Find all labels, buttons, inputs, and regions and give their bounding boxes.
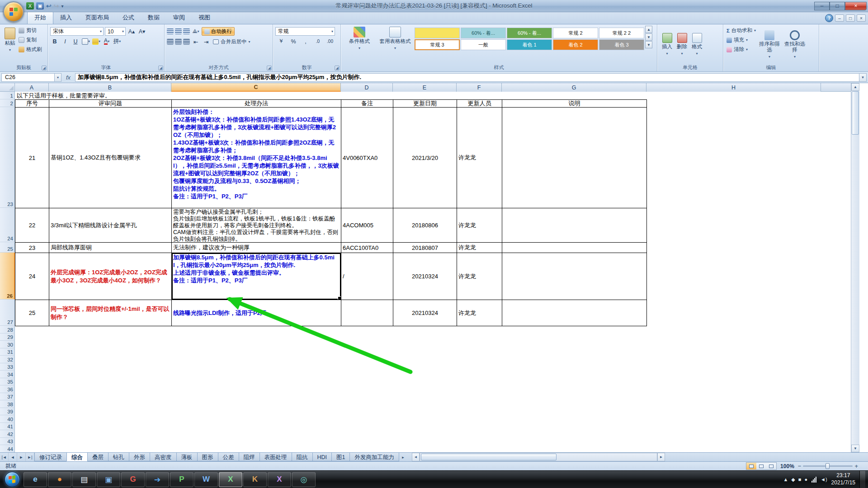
taskbar-app-ie-e[interactable]: e [24,472,47,487]
cell-remark[interactable]: 6ACC100TA0 [341,243,393,253]
align-top-icon[interactable] [167,28,174,34]
header-cell[interactable]: 更新日期 [393,100,457,108]
row-header-30[interactable]: 30 [0,341,15,348]
page-layout-view-button[interactable] [756,463,766,469]
row-header-44[interactable]: 44 [0,445,15,452]
currency-format-button[interactable]: ￥ [277,37,286,46]
cell-style-normal-2-2[interactable]: 常规 2 2 [599,28,644,38]
column-header-g[interactable]: G [502,83,646,92]
horizontal-scroll-thumb[interactable] [421,454,557,460]
cell-style-general[interactable]: 一般 [461,39,506,50]
cell-person[interactable]: 许龙龙 [457,253,502,300]
column-header-f[interactable]: F [457,83,502,92]
sheet-tab-pattern[interactable]: 图形 [197,453,218,461]
cell-method[interactable]: 无法制作，建议改为一种铜厚 [172,243,341,253]
font-family-select[interactable]: 宋体▾ [50,27,104,36]
borders-button[interactable]: ▾ [81,37,90,46]
header-cell[interactable]: 说明 [502,100,647,108]
row-header-35[interactable]: 35 [0,378,15,386]
taskbar-app-letter-x-purple[interactable]: X [268,472,291,487]
comma-format-button[interactable]: , [301,37,310,46]
zoom-out-icon[interactable]: − [798,463,802,469]
row-header-25[interactable]: 25 [0,242,15,253]
scroll-down-icon[interactable]: ▼ [851,445,859,452]
cell-note[interactable] [502,300,647,326]
taskbar-app-orange-orb[interactable]: ● [48,472,71,487]
row-header-39[interactable]: 39 [0,408,15,416]
formula-bar-expand-icon[interactable]: ▾ [859,73,867,82]
maximize-button[interactable]: □ [830,2,845,10]
cell-seq[interactable]: 23 [15,243,49,253]
alignment-dialog-launcher[interactable]: ◢ [267,66,272,70]
conditional-formatting-button[interactable]: 条件格式▾ [343,26,376,52]
format-as-table-button[interactable]: 套用表格格式▾ [376,26,415,52]
ribbon-tab-view[interactable]: 视图 [192,12,217,24]
increase-decimal-button[interactable]: .0 [313,37,322,46]
number-dialog-launcher[interactable]: ◢ [335,66,340,70]
last-sheet-button[interactable]: ►| [26,453,34,461]
row-header-38[interactable]: 38 [0,400,15,408]
cell-date[interactable]: 20180807 [393,243,457,253]
close-button[interactable]: × [845,2,867,10]
column-header-h[interactable]: H [646,83,821,92]
cell-seq[interactable]: 21 [15,108,49,208]
merge-center-button[interactable]: 合并后居中▾ [212,37,251,47]
sheet-tab-surface-finish[interactable]: 表面处理 [259,453,292,461]
cut-button[interactable]: 剪切 [18,26,43,35]
row-header-40[interactable]: 40 [0,415,15,423]
fill-color-button[interactable]: ▾ [92,37,101,46]
row-header-31[interactable]: 31 [0,348,15,356]
tray-icon-4[interactable]: ● [804,477,807,483]
sheet-tab-revision-log[interactable]: 修订记录 [34,453,67,461]
column-header-b[interactable]: B [49,83,171,92]
cell-person[interactable]: 许龙龙 [457,208,502,243]
cell-date[interactable]: 20210324 [393,253,457,300]
scroll-right-icon[interactable]: ► [657,453,665,461]
insert-cells-button[interactable]: 插入▾ [660,26,675,64]
sheet-tab-outsourcing-capability[interactable]: 外发商加工能力 [349,453,399,461]
taskbar-app-floppy[interactable]: ▣ [97,472,120,487]
taskbar-app-excel-x[interactable]: X [219,472,242,487]
header-cell[interactable]: 序号 [15,100,49,108]
paste-button[interactable]: 粘贴▾ [2,26,18,54]
taskbar-app-blue-arrow[interactable]: ➔ [146,472,169,487]
find-select-button[interactable]: 查找和选择▾ [782,26,807,64]
cell-remark[interactable] [341,300,393,326]
cell-issue[interactable]: 基铜1OZ、1.43OZ且有包覆铜要求 [49,108,172,208]
cell-date[interactable]: 20180806 [393,208,457,243]
taskbar-clock[interactable]: 23:17 2021/7/15 [831,472,855,486]
shrink-font-button[interactable]: A▾ [137,27,146,36]
copy-button[interactable]: 复制 [18,35,43,45]
autosum-button[interactable]: Σ自动求和▾ [726,26,757,35]
cell-remark[interactable]: 4ACOM005 [341,208,393,243]
cell-issue[interactable]: 局部线路厚面铜 [49,243,172,253]
bold-button[interactable]: B [50,37,59,46]
increase-indent-button[interactable]: ⇥ [202,38,211,46]
row-header-1[interactable]: 1 [0,92,15,99]
clear-button[interactable]: 清除▾ [726,45,757,54]
cell-style-accent-2[interactable]: 着色 2 [553,39,598,50]
redo-icon[interactable]: ↪ [54,2,59,9]
normal-view-button[interactable] [746,463,756,469]
gallery-more-button[interactable]: ▼ [645,41,652,48]
cell-remark[interactable]: / [341,253,393,300]
sheet-tab-tolerance[interactable]: 公差 [218,453,239,461]
row-header-27[interactable]: 27 [0,300,15,326]
align-bottom-icon[interactable] [183,28,190,34]
cell-issue[interactable]: 3/3mil以下精细线路设计金属半孔 [49,208,172,243]
column-header-a[interactable]: A [15,83,49,92]
fill-button[interactable]: 填充▾ [726,35,757,45]
network-icon[interactable] [811,477,816,483]
cell-person[interactable]: 许龙龙 [457,243,502,253]
row-header-33[interactable]: 33 [0,363,15,371]
cell-person[interactable]: 许龙龙 [457,300,502,326]
z;oom-level[interactable]: 100% [780,463,794,469]
cell-a1-note[interactable]: 以下只适用于样板，批量需要评审。 [15,92,851,99]
row-header-29[interactable]: 29 [0,333,15,341]
ribbon-tab-review[interactable]: 审阅 [166,12,192,24]
cell-seq[interactable]: 22 [15,208,49,243]
vertical-scroll-thumb[interactable] [852,91,859,135]
cell-date[interactable]: 2021/3/20 [393,108,457,208]
page-break-view-button[interactable] [766,463,776,469]
cell-method[interactable]: 线路曝光指示LDI制作，适用于P2厂 [172,300,341,326]
